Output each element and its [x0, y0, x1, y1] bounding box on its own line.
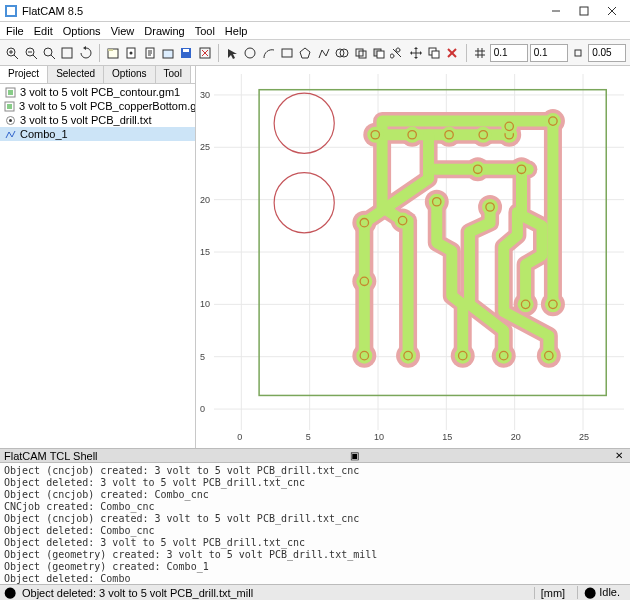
delete-shape-icon[interactable]: [444, 43, 460, 63]
save-project-icon[interactable]: [178, 43, 194, 63]
svg-point-87: [496, 348, 512, 364]
zoom-in-icon[interactable]: [4, 43, 20, 63]
menu-bar: File Edit Options View Drawing Tool Help: [0, 22, 630, 40]
zoom-fit-icon[interactable]: [41, 43, 57, 63]
project-item-label: Combo_1: [20, 128, 68, 140]
open-gerber-icon[interactable]: [105, 43, 121, 63]
draw-polygon-icon[interactable]: [297, 43, 313, 63]
maximize-button[interactable]: [570, 1, 598, 21]
clear-plot-icon[interactable]: [59, 43, 75, 63]
project-item[interactable]: 3 volt to 5 volt PCB_contour.gm1: [0, 85, 195, 99]
svg-rect-43: [7, 104, 12, 109]
tcl-shell-panel: FlatCAM TCL Shell ▣ ✕ Object (cncjob) cr…: [0, 448, 630, 584]
svg-point-45: [9, 119, 12, 122]
svg-point-107: [404, 127, 420, 143]
union-icon[interactable]: [334, 43, 350, 63]
project-item[interactable]: Combo_1: [0, 127, 195, 141]
grid-y-input[interactable]: [530, 44, 568, 62]
tab-options[interactable]: Options: [104, 66, 155, 83]
svg-point-121: [501, 118, 517, 134]
svg-point-27: [245, 48, 255, 58]
layer-icon: [4, 100, 15, 112]
subtract-icon[interactable]: [371, 43, 387, 63]
draw-path-icon[interactable]: [316, 43, 332, 63]
tcl-shell-output[interactable]: Object (cncjob) created: 3 volt to 5 vol…: [0, 463, 630, 584]
svg-rect-21: [163, 50, 173, 58]
svg-rect-39: [575, 50, 581, 56]
svg-point-85: [455, 348, 471, 364]
open-project-icon[interactable]: [160, 43, 176, 63]
grid-icon[interactable]: [471, 43, 487, 63]
project-item[interactable]: 3 volt to 5 volt PCB_drill.txt: [0, 113, 195, 127]
draw-arc-icon[interactable]: [260, 43, 276, 63]
select-icon[interactable]: [224, 43, 240, 63]
grid-x-input[interactable]: [490, 44, 528, 62]
project-tree[interactable]: 3 volt to 5 volt PCB_contour.gm13 volt t…: [0, 84, 195, 448]
svg-rect-3: [580, 7, 588, 15]
menu-options[interactable]: Options: [63, 25, 101, 37]
menu-tool[interactable]: Tool: [195, 25, 215, 37]
draw-rect-icon[interactable]: [279, 43, 295, 63]
delete-icon[interactable]: [197, 43, 213, 63]
svg-point-89: [541, 348, 557, 364]
svg-point-103: [482, 199, 498, 215]
side-tabs: Project Selected Options Tool: [0, 66, 195, 84]
svg-point-81: [356, 348, 372, 364]
svg-point-93: [518, 296, 534, 312]
svg-rect-1: [7, 7, 15, 15]
svg-line-7: [14, 55, 18, 59]
undock-icon[interactable]: ▣: [347, 450, 362, 461]
cut-path-icon[interactable]: [389, 43, 405, 63]
svg-point-117: [470, 161, 486, 177]
project-item-label: 3 volt to 5 volt PCB_drill.txt: [20, 114, 151, 126]
menu-drawing[interactable]: Drawing: [144, 25, 184, 37]
snap-input[interactable]: [588, 44, 626, 62]
svg-rect-17: [108, 49, 113, 51]
close-panel-icon[interactable]: ✕: [612, 450, 626, 461]
copy-icon[interactable]: [426, 43, 442, 63]
svg-point-109: [441, 127, 457, 143]
minimize-button[interactable]: [542, 1, 570, 21]
replot-icon[interactable]: [78, 43, 94, 63]
svg-rect-23: [183, 49, 189, 52]
menu-view[interactable]: View: [111, 25, 135, 37]
menu-help[interactable]: Help: [225, 25, 248, 37]
project-item-label: 3 volt to 5 volt PCB_contour.gm1: [20, 86, 180, 98]
status-state: ⬤ Idle.: [577, 586, 626, 599]
svg-point-99: [395, 213, 411, 229]
project-item[interactable]: 3 volt to 5 volt PCB_copperBottom.gbl: [0, 99, 195, 113]
tab-project[interactable]: Project: [0, 66, 48, 83]
status-bar: ⬤ Object deleted: 3 volt to 5 volt PCB_d…: [0, 584, 630, 600]
tcl-shell-header[interactable]: FlatCAM TCL Shell ▣ ✕: [0, 449, 630, 463]
title-bar: FlatCAM 8.5: [0, 0, 630, 22]
drill-icon: [4, 114, 16, 126]
svg-point-97: [356, 215, 372, 231]
svg-point-83: [400, 348, 416, 364]
svg-rect-15: [62, 48, 72, 58]
status-icon: ⬤: [4, 586, 16, 599]
plot-canvas[interactable]: 0510152025051015202530: [196, 66, 630, 448]
svg-point-105: [367, 127, 383, 143]
svg-rect-36: [432, 51, 439, 58]
open-gcode-icon[interactable]: [141, 43, 157, 63]
svg-rect-34: [377, 51, 384, 58]
draw-circle-icon[interactable]: [242, 43, 258, 63]
snap-icon[interactable]: [570, 43, 586, 63]
tcl-shell-title: FlatCAM TCL Shell: [4, 450, 98, 462]
menu-file[interactable]: File: [6, 25, 24, 37]
intersection-icon[interactable]: [352, 43, 368, 63]
open-excellon-icon[interactable]: [123, 43, 139, 63]
project-item-label: 3 volt to 5 volt PCB_copperBottom.gbl: [19, 100, 195, 112]
close-button[interactable]: [598, 1, 626, 21]
svg-rect-41: [8, 90, 13, 95]
svg-point-124: [274, 173, 334, 233]
tab-tool[interactable]: Tool: [156, 66, 191, 83]
status-message: Object deleted: 3 volt to 5 volt PCB_dri…: [22, 587, 253, 599]
svg-rect-28: [282, 49, 292, 57]
menu-edit[interactable]: Edit: [34, 25, 53, 37]
svg-point-91: [356, 273, 372, 289]
tab-selected[interactable]: Selected: [48, 66, 104, 83]
zoom-out-icon[interactable]: [22, 43, 38, 63]
svg-point-19: [130, 51, 133, 54]
move-icon[interactable]: [407, 43, 423, 63]
